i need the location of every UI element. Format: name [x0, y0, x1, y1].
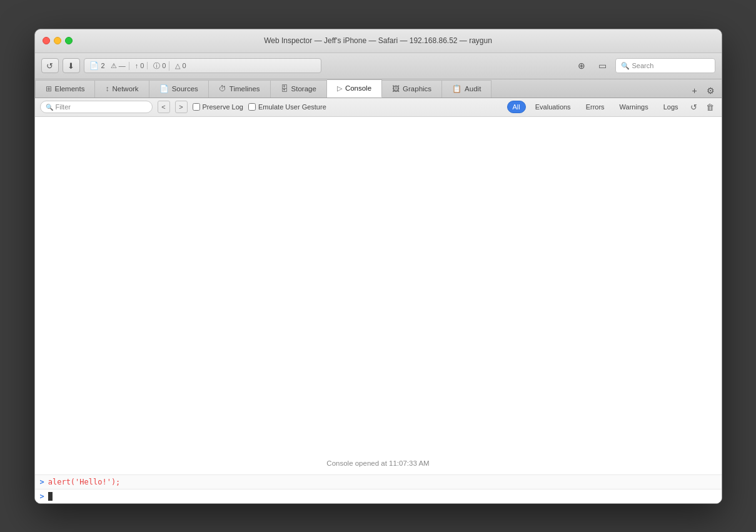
- console-opened-message: Console opened at 11:07:33 AM: [35, 454, 722, 472]
- tab-elements-label: Elements: [55, 85, 85, 93]
- tab-elements[interactable]: ⊞ Elements: [35, 80, 96, 98]
- node-count: 2: [101, 62, 105, 69]
- tab-storage-label: Storage: [291, 85, 316, 93]
- tabs-actions: + ⚙: [684, 84, 722, 98]
- tab-network-label: Network: [112, 85, 138, 93]
- maximize-button[interactable]: [65, 37, 73, 44]
- main-window: Web Inspector — Jeff's iPhone — Safari —…: [34, 29, 722, 504]
- traffic-lights: [43, 37, 73, 44]
- filter-input[interactable]: 🔍 Filter: [40, 101, 153, 113]
- timelines-icon: ⏱: [219, 84, 226, 93]
- console-history-line: > alert('Hello!');: [35, 474, 722, 489]
- tab-graphics-label: Graphics: [403, 85, 431, 93]
- console-content: Console opened at 11:07:33 AM > alert('H…: [35, 117, 722, 503]
- filter-errors-button[interactable]: Errors: [580, 101, 610, 113]
- general-count: 0: [182, 62, 186, 69]
- forward-button[interactable]: ⬇: [63, 58, 80, 73]
- minimize-button[interactable]: [54, 37, 61, 44]
- next-filter-button[interactable]: >: [175, 101, 188, 113]
- filter-warnings-button[interactable]: Warnings: [614, 101, 654, 113]
- forward-icon: ⬇: [68, 61, 74, 71]
- errors-group: ↑ 0: [132, 62, 148, 69]
- warnings-group: ⚠ —: [108, 62, 129, 70]
- tab-graphics[interactable]: 🖼 Graphics: [382, 80, 442, 98]
- filter-search-icon: 🔍: [46, 104, 53, 111]
- window-title: Web Inspector — Jeff's iPhone — Safari —…: [264, 36, 492, 45]
- general-group: △ 0: [172, 62, 189, 70]
- tab-timelines[interactable]: ⏱ Timelines: [209, 80, 271, 98]
- device-button[interactable]: ▭: [594, 58, 612, 73]
- console-messages: Console opened at 11:07:33 AM: [35, 117, 722, 474]
- back-icon: ↺: [46, 61, 53, 71]
- tab-audit-label: Audit: [465, 85, 481, 93]
- close-button[interactable]: [43, 37, 50, 44]
- warning-icon: ⚠: [111, 62, 117, 70]
- device-icon: ▭: [598, 61, 607, 71]
- add-tab-button[interactable]: +: [688, 84, 702, 98]
- tab-console[interactable]: ▷ Console: [327, 79, 382, 98]
- console-toolbar: 🔍 Filter < > Preserve Log Emulate User G…: [35, 98, 722, 117]
- network-icon: ↕: [105, 84, 109, 93]
- emulate-gesture-text: Emulate User Gesture: [258, 103, 326, 111]
- info-group: ⓘ 0: [150, 61, 169, 71]
- preserve-log-label[interactable]: Preserve Log: [193, 103, 243, 111]
- tab-sources-label: Sources: [172, 85, 198, 93]
- filter-placeholder: Filter: [56, 103, 71, 111]
- prev-filter-button[interactable]: <: [158, 101, 170, 113]
- info-icon: ⓘ: [153, 61, 160, 71]
- emulate-gesture-checkbox[interactable]: [248, 103, 256, 111]
- search-box[interactable]: 🔍 Search: [615, 58, 715, 73]
- elements-icon: ⊞: [46, 84, 52, 93]
- refresh-console-button[interactable]: ↺: [688, 101, 700, 113]
- filter-buttons-group: All Evaluations Errors Warnings Logs ↺ 🗑: [507, 101, 717, 113]
- general-icon: △: [175, 62, 180, 70]
- tab-timelines-label: Timelines: [229, 85, 260, 93]
- active-prompt: >: [40, 492, 44, 501]
- preserve-log-checkbox[interactable]: [193, 103, 200, 111]
- error-icon: ↑: [135, 62, 139, 69]
- cursor: [48, 492, 53, 501]
- tab-storage[interactable]: 🗄 Storage: [271, 80, 327, 98]
- search-icon: 🔍: [621, 62, 630, 70]
- toolbar: ↺ ⬇ 📄 2 ⚠ — ↑ 0 ⓘ 0 △ 0: [35, 53, 722, 79]
- console-icon: ▷: [337, 84, 342, 93]
- filter-logs-button[interactable]: Logs: [658, 101, 684, 113]
- node-status-bar: 📄 2 ⚠ — ↑ 0 ⓘ 0 △ 0: [84, 58, 321, 73]
- aim-button[interactable]: ⊕: [573, 58, 590, 73]
- warnings-count: —: [119, 62, 126, 69]
- back-button[interactable]: ↺: [41, 58, 59, 73]
- emulate-gesture-label[interactable]: Emulate User Gesture: [248, 103, 326, 111]
- tabs-bar: ⊞ Elements ↕ Network 📄 Sources ⏱ Timelin…: [35, 79, 722, 98]
- sources-icon: 📄: [159, 84, 169, 93]
- errors-count: 0: [140, 62, 144, 69]
- title-bar: Web Inspector — Jeff's iPhone — Safari —…: [35, 29, 722, 53]
- tab-audit[interactable]: 📋 Audit: [442, 80, 491, 98]
- settings-button[interactable]: ⚙: [704, 84, 718, 98]
- aim-icon: ⊕: [578, 61, 585, 71]
- preserve-log-text: Preserve Log: [203, 103, 243, 111]
- file-icon: 📄: [89, 61, 99, 70]
- history-prompt: >: [40, 478, 44, 486]
- graphics-icon: 🖼: [392, 84, 400, 93]
- tab-network[interactable]: ↕ Network: [95, 80, 149, 98]
- clear-console-button[interactable]: 🗑: [704, 101, 717, 113]
- info-count: 0: [162, 62, 166, 69]
- history-code: alert('Hello!');: [48, 478, 121, 486]
- filter-evaluations-button[interactable]: Evaluations: [530, 101, 577, 113]
- search-placeholder: Search: [632, 62, 654, 69]
- filter-all-button[interactable]: All: [507, 101, 526, 113]
- storage-icon: 🗄: [281, 84, 288, 93]
- audit-icon: 📋: [452, 84, 461, 93]
- tab-console-label: Console: [345, 84, 371, 92]
- tab-sources[interactable]: 📄 Sources: [149, 80, 209, 98]
- console-active-input[interactable]: >: [35, 489, 722, 503]
